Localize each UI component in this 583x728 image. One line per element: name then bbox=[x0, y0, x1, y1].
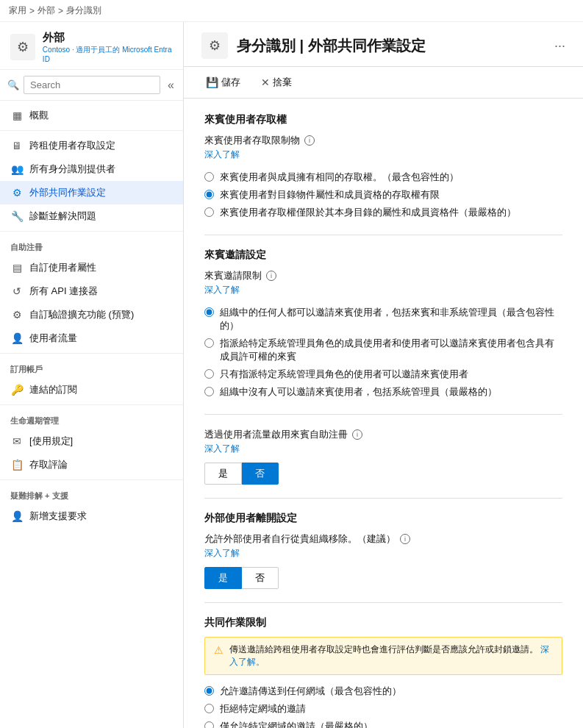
guest-invite-option-1[interactable]: 組織中的任何人都可以邀請來賓使用者，包括來賓和非系統管理員（最含包容性的） bbox=[204, 304, 562, 335]
guest-invite-option-2[interactable]: 指派給特定系統管理員角色的成員使用者和使用者可以邀請來賓使用者包含具有成員許可權… bbox=[204, 335, 562, 365]
invite-limit-info-icon[interactable]: i bbox=[266, 271, 276, 281]
collab-restrict-option-1[interactable]: 允許邀請傳送到任何網域（最含包容性的） bbox=[204, 682, 562, 700]
collab-restrict-option-3[interactable]: 僅允許特定網域的邀請（最嚴格的） bbox=[204, 718, 562, 728]
guest-access-radio-3[interactable] bbox=[204, 207, 214, 217]
collab-restrict-radio-2[interactable] bbox=[204, 704, 214, 713]
sidebar-item-user-flow[interactable]: 👤 使用者流量 bbox=[0, 326, 183, 350]
guest-access-section-title: 來賓使用者存取權 bbox=[204, 113, 562, 126]
self-service-yes-button[interactable]: 是 bbox=[204, 463, 242, 485]
access-limit-label: 來賓使用者存取限制物 i bbox=[204, 134, 562, 147]
invite-limit-label: 來賓邀請限制 i bbox=[204, 269, 562, 282]
toolbar: 💾 儲存 ✕ 捨棄 bbox=[184, 67, 583, 99]
sidebar-item-label: 概觀 bbox=[29, 109, 49, 122]
sidebar-item-custom-attrs[interactable]: ▤ 自訂使用者屬性 bbox=[0, 256, 183, 279]
page-icon: ⚙ bbox=[201, 32, 228, 59]
sidebar-item-linked-sub[interactable]: 🔑 連結的訂閱 bbox=[0, 378, 183, 402]
save-button[interactable]: 💾 儲存 bbox=[201, 73, 245, 92]
external-leave-no-button[interactable]: 否 bbox=[242, 567, 279, 589]
guest-access-radio-2[interactable] bbox=[204, 190, 214, 199]
collab-warning-box: ⚠ 傳送邀請給跨租使用者存取設定時也會進行評估判斷是否應該允許或封鎖邀請。 深入… bbox=[204, 637, 562, 675]
more-options-icon[interactable]: ··· bbox=[554, 38, 565, 54]
api-connectors-icon: ↺ bbox=[10, 285, 24, 298]
overview-icon: ▦ bbox=[10, 109, 24, 122]
guest-invite-radio-3[interactable] bbox=[204, 369, 214, 379]
nav-divider-2 bbox=[0, 231, 183, 232]
linked-sub-icon: 🔑 bbox=[10, 383, 24, 396]
sidebar-item-label: 所有 API 連接器 bbox=[29, 285, 98, 298]
sidebar-item-label: [使用規定] bbox=[29, 435, 73, 448]
page-header: ⚙ 身分識別 | 外部共同作業設定 ··· bbox=[184, 22, 583, 67]
sidebar-item-label: 存取評論 bbox=[29, 458, 68, 471]
collab-restrict-option-2[interactable]: 拒絕特定網域的邀請 bbox=[204, 700, 562, 718]
guest-invite-radio-4[interactable] bbox=[204, 387, 214, 396]
self-service-no-button[interactable]: 否 bbox=[242, 463, 279, 485]
external-leave-yes-button[interactable]: 是 bbox=[204, 567, 242, 589]
sidebar-item-external-collab[interactable]: ⚙ 外部共同作業設定 bbox=[0, 181, 183, 204]
allow-remove-label: 允許外部使用者自行從貴組織移除。（建議） i bbox=[204, 532, 562, 546]
breadcrumb-sep1: > bbox=[29, 6, 35, 16]
divider-4 bbox=[204, 602, 562, 603]
breadcrumb-home[interactable]: 家用 bbox=[9, 4, 26, 17]
warning-icon: ⚠ bbox=[214, 644, 223, 656]
divider-3 bbox=[204, 498, 562, 499]
custom-attrs-icon: ▤ bbox=[10, 261, 24, 274]
sidebar-item-custom-auth[interactable]: ⚙ 自訂驗證擴充功能 (預覽) bbox=[0, 303, 183, 326]
sidebar-item-label: 連結的訂閱 bbox=[29, 383, 77, 396]
sidebar: ⚙ 外部 Contoso · 適用于員工的 Microsoft Entra ID… bbox=[0, 22, 184, 728]
guest-invite-option-4[interactable]: 組織中沒有人可以邀請來賓使用者，包括系統管理員（最嚴格的） bbox=[204, 383, 562, 401]
guest-invite-radio-1[interactable] bbox=[204, 307, 214, 317]
breadcrumb-sep2: > bbox=[58, 6, 63, 16]
nav-divider-5 bbox=[0, 479, 183, 480]
sidebar-item-all-identity[interactable]: 👥 所有身分識別提供者 bbox=[0, 157, 183, 181]
guest-access-learn-more[interactable]: 深入了解 bbox=[204, 149, 562, 161]
collab-restrict-radio-group: 允許邀請傳送到任何網域（最含包容性的） 拒絕特定網域的邀請 僅允許特定網域的邀請… bbox=[204, 682, 562, 728]
sidebar-header-text: 外部 Contoso · 適用于員工的 Microsoft Entra ID bbox=[43, 31, 173, 63]
new-support-icon: 👤 bbox=[10, 510, 24, 523]
guest-access-option-1[interactable]: 來賓使用者與成員擁有相同的存取權。（最含包容性的） bbox=[204, 168, 562, 186]
search-input[interactable] bbox=[24, 76, 160, 94]
collapse-button[interactable]: « bbox=[165, 77, 177, 93]
guest-invite-option-3[interactable]: 只有指派特定系統管理員角色的使用者可以邀請來賓使用者 bbox=[204, 365, 562, 383]
guest-access-option-3[interactable]: 來賓使用者存取權僅限於其本身目錄的屬性和成員資格件（最嚴格的） bbox=[204, 204, 562, 221]
external-collab-icon: ⚙ bbox=[10, 186, 24, 199]
sidebar-header: ⚙ 外部 Contoso · 適用于員工的 Microsoft Entra ID bbox=[0, 22, 183, 70]
sidebar-item-api-connectors[interactable]: ↺ 所有 API 連接器 bbox=[0, 279, 183, 303]
guest-invite-radio-2[interactable] bbox=[204, 338, 214, 348]
external-leave-learn-more[interactable]: 深入了解 bbox=[204, 547, 562, 560]
main-content: ⚙ 身分識別 | 外部共同作業設定 ··· 💾 儲存 ✕ 捨棄 來賓使用者存取權… bbox=[184, 22, 583, 728]
save-icon: 💾 bbox=[206, 76, 218, 88]
access-review-icon: 📋 bbox=[10, 458, 24, 471]
custom-auth-icon: ⚙ bbox=[10, 308, 24, 321]
self-service-info-icon[interactable]: i bbox=[352, 429, 362, 440]
sidebar-item-new-support[interactable]: 👤 新增支援要求 bbox=[0, 504, 183, 528]
discard-button[interactable]: ✕ 捨棄 bbox=[257, 73, 296, 92]
external-leave-toggle-group: 是 否 bbox=[204, 567, 562, 589]
guest-invite-learn-more[interactable]: 深入了解 bbox=[204, 284, 562, 296]
collab-restrict-radio-1[interactable] bbox=[204, 686, 214, 696]
breadcrumb-external[interactable]: 外部 bbox=[37, 4, 55, 17]
external-leave-section-title: 外部使用者離開設定 bbox=[204, 512, 562, 525]
collab-restrict-radio-3[interactable] bbox=[204, 721, 214, 728]
self-service-learn-more[interactable]: 深入了解 bbox=[204, 443, 562, 455]
nav-section-lifecycle: 生命週期管理 bbox=[0, 408, 183, 429]
sidebar-item-access-review[interactable]: 📋 存取評論 bbox=[0, 453, 183, 477]
self-service-toggle-group: 是 否 bbox=[204, 463, 562, 485]
sidebar-item-label: 使用者流量 bbox=[29, 332, 77, 345]
sidebar-item-overview[interactable]: ▦ 概觀 bbox=[0, 104, 183, 127]
nav-divider-1 bbox=[0, 130, 183, 131]
access-limit-info-icon[interactable]: i bbox=[304, 135, 315, 146]
guest-invite-section-title: 來賓邀請設定 bbox=[204, 249, 562, 262]
sidebar-item-usage-terms[interactable]: ✉ [使用規定] bbox=[0, 429, 183, 453]
sidebar-item-label: 新增支援要求 bbox=[29, 510, 87, 523]
guest-access-option-2[interactable]: 來賓使用者對目錄物件屬性和成員資格的存取權有限 bbox=[204, 186, 562, 204]
nav-divider-4 bbox=[0, 404, 183, 405]
sidebar-item-cross-tenant[interactable]: 🖥 跨租使用者存取設定 bbox=[0, 134, 183, 157]
content-area: 來賓使用者存取權 來賓使用者存取限制物 i 深入了解 來賓使用者與成員擁有相同的… bbox=[184, 99, 583, 728]
guest-access-radio-1[interactable] bbox=[204, 172, 214, 182]
sidebar-app-title: 外部 bbox=[43, 31, 173, 45]
sidebar-header-icon: ⚙ bbox=[10, 34, 35, 60]
nav-section-self-enroll: 自助注冊 bbox=[0, 235, 183, 256]
allow-remove-info-icon[interactable]: i bbox=[400, 534, 410, 544]
cross-tenant-icon: 🖥 bbox=[10, 139, 24, 152]
sidebar-item-diagnose[interactable]: 🔧 診斷並解決問題 bbox=[0, 204, 183, 228]
